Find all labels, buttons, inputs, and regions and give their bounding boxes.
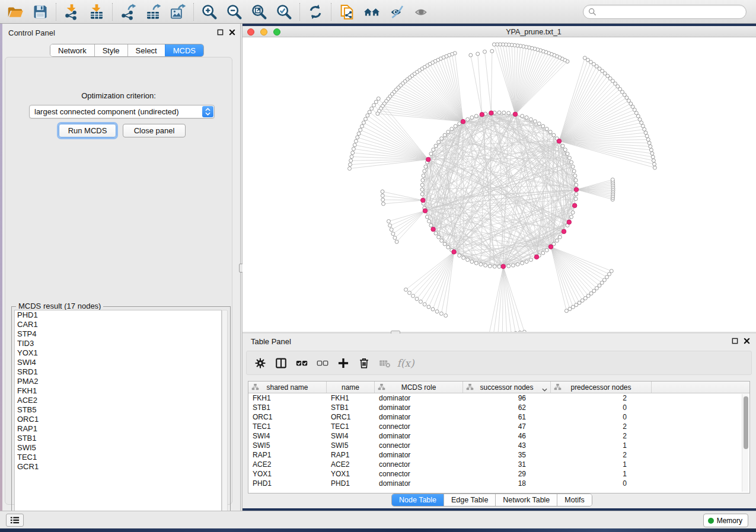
add-column-button[interactable] [336, 355, 351, 371]
new-network-from-selection-button[interactable] [334, 2, 359, 22]
zoom-window-icon[interactable] [273, 28, 280, 36]
mcds-result-scrollbar[interactable] [222, 310, 228, 517]
node-table-row[interactable]: SWI5SWI5connector431 [248, 441, 749, 450]
mcds-result-item[interactable]: RAP1 [15, 424, 221, 434]
node-table-row[interactable]: TEC1TEC1connector472 [248, 422, 749, 431]
cell-shared-name: SWI4 [248, 431, 327, 441]
cell-name: ORC1 [327, 412, 375, 422]
mcds-result-item[interactable]: SWI5 [15, 443, 221, 453]
first-neighbors-button[interactable] [359, 2, 384, 22]
network-window-titlebar[interactable]: YPA_prune.txt_1 [243, 26, 756, 37]
memory-button[interactable]: Memory [703, 514, 748, 527]
import-table-button[interactable] [84, 2, 109, 22]
tree-icon [466, 383, 474, 391]
cell-shared-name: YOX1 [248, 469, 327, 479]
close-table-panel-icon[interactable] [743, 337, 750, 344]
tab-mcds[interactable]: MCDS [165, 44, 203, 56]
table-scrollbar-thumb[interactable] [744, 396, 748, 449]
delete-column-button[interactable] [356, 355, 372, 371]
mcds-result-item[interactable]: STB5 [15, 405, 221, 415]
save-session-icon [32, 4, 49, 20]
cell-name: PHD1 [327, 479, 375, 488]
mcds-result-item[interactable]: PHD1 [15, 310, 221, 320]
criterion-value: largest connected component (undirected) [34, 107, 202, 116]
minimize-window-icon[interactable] [260, 28, 267, 36]
mcds-result-item[interactable]: STB1 [15, 434, 221, 443]
hide-selected-button[interactable] [384, 2, 409, 22]
tab-motifs[interactable]: Motifs [557, 494, 591, 506]
select-all-button[interactable] [294, 355, 310, 371]
import-table-icon [88, 4, 105, 20]
search-input[interactable] [599, 8, 741, 17]
tab-network-table[interactable]: Network Table [495, 494, 557, 506]
search-icon [588, 8, 596, 16]
float-window-icon[interactable] [216, 28, 224, 36]
node-table-row[interactable]: PHD1PHD1dominator180 [248, 479, 749, 488]
tab-network[interactable]: Network [50, 44, 94, 56]
deselect-all-button[interactable] [315, 355, 330, 371]
column-layout-button[interactable] [273, 355, 289, 371]
mcds-result-item[interactable]: TID3 [15, 339, 221, 348]
node-table-row[interactable]: YOX1YOX1connector291 [248, 469, 749, 479]
mcds-result-list[interactable]: PHD1CAR1STP4TID3YOX1SWI4SRD1PMA2FKH1ACE2… [14, 310, 222, 517]
mcds-result-item[interactable]: CAR1 [15, 320, 221, 329]
run-mcds-button[interactable]: Run MCDS [59, 124, 116, 137]
cell-MCDS-role: dominator [375, 450, 463, 460]
node-table-row[interactable]: SWI4SWI4dominator462 [248, 431, 749, 441]
mcds-result-item[interactable]: YOX1 [15, 348, 221, 358]
mcds-result-item[interactable]: ACE2 [15, 396, 221, 405]
zoom-fit-button[interactable] [247, 2, 272, 22]
refresh-layout-button[interactable] [303, 2, 328, 22]
column-header-name[interactable]: name [327, 382, 375, 393]
mcds-result-item[interactable]: SWI4 [15, 358, 221, 367]
network-edges [350, 44, 655, 332]
network-graph[interactable] [243, 37, 756, 332]
mcds-result-item[interactable]: ORC1 [15, 415, 221, 424]
column-header-predecessor-nodes[interactable]: predecessor nodes [551, 382, 652, 393]
node-table-rows: FKH1FKH1dominator962STB1STB1dominator620… [248, 393, 749, 488]
node-table-row[interactable]: ORC1ORC1dominator610 [248, 412, 749, 422]
mcds-result-item[interactable]: FKH1 [15, 386, 221, 396]
zoom-selected-button[interactable] [272, 2, 296, 22]
node-table-row[interactable]: ACE2ACE2connector311 [248, 460, 749, 469]
zoom-in-button[interactable] [197, 2, 222, 22]
column-header-successor-nodes[interactable]: successor nodes [463, 382, 551, 393]
tab-edge-table[interactable]: Edge Table [444, 494, 495, 506]
save-session-button[interactable] [28, 2, 53, 22]
criterion-select[interactable]: largest connected component (undirected) [29, 105, 215, 118]
table-settings-button[interactable] [253, 355, 268, 371]
tab-style[interactable]: Style [94, 44, 127, 56]
task-list-button[interactable] [6, 514, 24, 527]
mcds-panel: Optimization criterion: largest connecte… [5, 57, 232, 505]
export-network-button[interactable] [116, 2, 141, 22]
table-scrollbar[interactable] [742, 394, 748, 492]
export-image-button[interactable] [165, 2, 190, 22]
network-canvas[interactable] [243, 37, 756, 332]
zoom-out-button[interactable] [222, 2, 247, 22]
cell-shared-name: ORC1 [248, 412, 327, 422]
mcds-result-item[interactable]: STP4 [15, 329, 221, 339]
tab-select[interactable]: Select [127, 44, 165, 56]
float-table-panel-icon[interactable] [731, 337, 738, 344]
node-table-row[interactable]: RAP1RAP1dominator352 [248, 450, 749, 460]
close-panel-icon[interactable] [228, 28, 235, 36]
open-session-icon [7, 4, 24, 20]
refresh-layout-icon [307, 4, 324, 20]
function-icon: f(x) [397, 357, 414, 369]
mcds-result-item[interactable]: TEC1 [15, 453, 221, 462]
show-all-button[interactable] [409, 2, 434, 22]
column-header-MCDS-role[interactable]: MCDS role [375, 382, 463, 393]
cell-predecessor-nodes: 2 [551, 431, 652, 441]
mcds-result-item[interactable]: SRD1 [15, 367, 221, 377]
mcds-result-item[interactable]: PMA2 [15, 377, 221, 386]
node-table-row[interactable]: STB1STB1dominator620 [248, 403, 749, 412]
close-panel-button[interactable]: Close panel [123, 124, 186, 137]
import-network-button[interactable] [59, 2, 84, 22]
close-window-icon[interactable] [247, 28, 254, 36]
column-header-shared-name[interactable]: shared name [248, 382, 327, 393]
tab-node-table[interactable]: Node Table [392, 494, 444, 506]
mcds-result-item[interactable]: GCR1 [15, 462, 221, 472]
node-table-row[interactable]: FKH1FKH1dominator962 [248, 393, 749, 403]
open-session-button[interactable] [3, 2, 28, 22]
export-table-button[interactable] [141, 2, 165, 22]
